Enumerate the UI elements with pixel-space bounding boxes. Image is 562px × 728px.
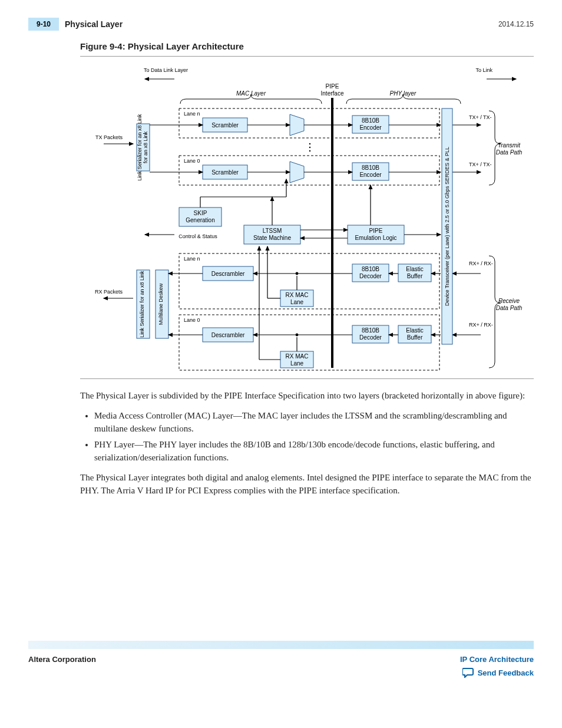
svg-text:Encoder: Encoder <box>359 124 382 131</box>
header-date: 2014.12.15 <box>498 20 534 28</box>
svg-text:Lane 0: Lane 0 <box>184 158 200 164</box>
svg-text:8B10B: 8B10B <box>362 266 379 272</box>
svg-text:SKIP: SKIP <box>194 210 207 216</box>
speech-bubble-icon <box>462 667 474 678</box>
svg-text:Receive: Receive <box>498 298 520 304</box>
svg-text:Control & Status: Control & Status <box>178 233 217 239</box>
page-footer: Altera Corporation IP Core Architecture … <box>28 641 534 678</box>
svg-text:Descrambler: Descrambler <box>211 271 245 277</box>
svg-text:Buffer: Buffer <box>407 334 423 341</box>
svg-text:Lane: Lane <box>290 360 304 367</box>
svg-point-46 <box>309 143 310 144</box>
footer-doc-link[interactable]: IP Core Architecture <box>460 655 534 664</box>
svg-text:Buffer: Buffer <box>407 273 423 279</box>
svg-point-48 <box>309 150 310 151</box>
svg-text:Encoder: Encoder <box>359 172 382 178</box>
svg-text:Data Path: Data Path <box>496 305 523 311</box>
footer-company: Altera Corporation <box>28 655 96 664</box>
svg-text:Multilane Deskew: Multilane Deskew <box>158 283 164 325</box>
svg-text:Link Serializer for an x8 Link: Link Serializer for an x8 Link <box>139 271 145 338</box>
svg-text:PIPE: PIPE <box>326 83 339 90</box>
svg-text:RX MAC: RX MAC <box>286 292 309 298</box>
svg-text:RX MAC: RX MAC <box>286 353 309 360</box>
svg-text:LTSSM: LTSSM <box>263 228 282 234</box>
list-item: Media Access Controller (MAC) Layer—The … <box>94 410 534 436</box>
svg-text:Decoder: Decoder <box>359 273 382 279</box>
bullet-list: Media Access Controller (MAC) Layer—The … <box>80 410 534 465</box>
svg-text:Descrambler: Descrambler <box>211 332 245 338</box>
svg-text:TX+ / TX-: TX+ / TX- <box>469 114 492 120</box>
svg-text:Emulation Logic: Emulation Logic <box>355 235 396 241</box>
svg-point-47 <box>309 147 310 148</box>
figure-caption: Figure 9-4: Physical Layer Architecture <box>80 41 534 51</box>
svg-text:Lane n: Lane n <box>184 256 200 262</box>
svg-point-86 <box>296 272 299 275</box>
page-header: 9-10 Physical Layer 2014.12.15 <box>28 18 534 31</box>
svg-text:8B10B: 8B10B <box>362 164 379 171</box>
architecture-diagram: To Data Link Layer To Link MAC Layer PHY… <box>80 61 534 379</box>
intro-paragraph: The Physical Layer is subdivided by the … <box>80 390 534 403</box>
section-name: Physical Layer <box>65 19 123 29</box>
svg-text:Lane: Lane <box>290 299 304 305</box>
svg-text:TX+ / TX-: TX+ / TX- <box>469 162 492 167</box>
svg-text:Scrambler: Scrambler <box>211 122 239 129</box>
svg-text:8B10B: 8B10B <box>362 327 379 334</box>
svg-text:Decoder: Decoder <box>359 334 382 341</box>
svg-text:for an x8 Link: for an x8 Link <box>143 131 148 163</box>
svg-text:Generation: Generation <box>186 217 214 223</box>
svg-point-109 <box>296 334 299 337</box>
svg-text:State Machine: State Machine <box>253 235 291 241</box>
body-text: The Physical Layer is subdivided by the … <box>80 390 534 497</box>
svg-text:Interface: Interface <box>321 90 344 97</box>
page-number-badge: 9-10 <box>28 18 59 31</box>
svg-text:Link Serializer for an x8 Link: Link Serializer for an x8 Link <box>137 114 143 181</box>
footer-bar <box>28 641 534 649</box>
svg-text:TX Packets: TX Packets <box>95 134 123 140</box>
svg-text:Scrambler: Scrambler <box>211 169 239 176</box>
send-feedback-link[interactable]: Send Feedback <box>460 667 534 678</box>
svg-text:RX Packets: RX Packets <box>95 289 123 295</box>
list-item: PHY Layer—The PHY layer includes the 8B/… <box>94 439 534 465</box>
svg-text:To Link: To Link <box>475 67 492 73</box>
svg-text:To Data Link Layer: To Data Link Layer <box>144 67 188 73</box>
svg-text:Data Path: Data Path <box>496 149 523 156</box>
svg-text:Transmit: Transmit <box>498 142 521 149</box>
svg-text:8B10B: 8B10B <box>362 117 379 124</box>
svg-text:Lane 0: Lane 0 <box>184 317 200 323</box>
paragraph: The Physical Layer integrates both digit… <box>80 472 534 498</box>
svg-text:RX+ / RX-: RX+ / RX- <box>469 261 493 266</box>
svg-text:Elastic: Elastic <box>406 327 423 334</box>
figure-rule <box>80 56 534 57</box>
send-feedback-label: Send Feedback <box>478 668 534 677</box>
svg-text:Device Transceiver (per Lane) : Device Transceiver (per Lane) with 2.5 o… <box>444 147 450 306</box>
svg-text:Elastic: Elastic <box>406 266 423 272</box>
svg-text:Lane n: Lane n <box>184 111 200 117</box>
svg-text:PIPE: PIPE <box>369 228 383 234</box>
svg-text:RX+ / RX-: RX+ / RX- <box>469 322 493 328</box>
